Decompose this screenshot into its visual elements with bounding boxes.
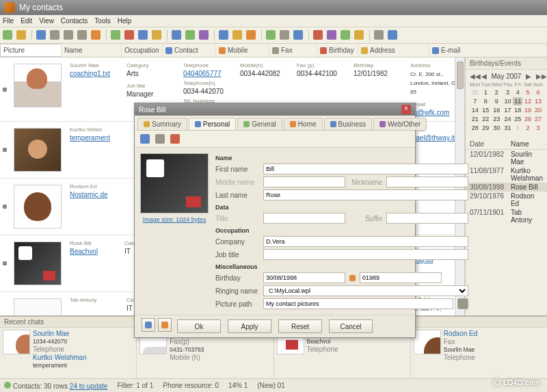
group-link[interactable]: coaching1.txt (70, 70, 110, 77)
first-name-input[interactable] (263, 164, 468, 174)
cal-day[interactable]: 2 (523, 124, 533, 132)
row-handle-icon[interactable] (1, 295, 8, 315)
menu-help[interactable]: Help (118, 17, 132, 25)
tb-new-icon[interactable] (3, 30, 14, 41)
cal-day[interactable]: 1 (481, 88, 491, 96)
tb-sort-icon[interactable] (293, 30, 304, 41)
recent-card[interactable]: Sourlin Mae1034-442070TelephoneKurtko We… (0, 328, 137, 378)
tb-print-icon[interactable] (50, 30, 61, 41)
cal-day[interactable]: 17 (503, 106, 513, 114)
col-fax[interactable]: Fax (269, 44, 317, 57)
cal-day[interactable]: 28 (470, 124, 481, 132)
tab-personal[interactable]: Personal (189, 118, 236, 130)
dlg-undo-icon[interactable] (154, 133, 166, 145)
picture-path-input[interactable] (263, 298, 453, 309)
menu-file[interactable]: File (3, 17, 14, 25)
birthday-row[interactable]: 30/08/1998Rose Bill (466, 183, 547, 192)
middle-name-input[interactable] (263, 177, 345, 187)
cal-day[interactable]: 27 (533, 115, 543, 123)
browse-icon[interactable] (457, 298, 468, 309)
cal-day[interactable]: 4 (513, 88, 522, 96)
tab-home[interactable]: Home (284, 118, 323, 130)
tb-save-icon[interactable] (36, 30, 47, 41)
cal-day[interactable]: 3 (533, 124, 543, 132)
cal-day[interactable]: 7 (470, 97, 481, 105)
nickname-input[interactable] (386, 177, 468, 187)
birthday-input[interactable] (263, 272, 345, 283)
cal-prev-month-icon[interactable]: ◀ (481, 73, 488, 80)
menu-contacts[interactable]: Contacts (61, 17, 88, 25)
ringing-select[interactable]: C:\MyLocal.wpl (263, 285, 468, 296)
dlg-delete-icon[interactable] (169, 133, 181, 145)
cal-day[interactable]: 25 (513, 115, 522, 123)
apply-button[interactable]: Apply (228, 319, 271, 333)
tab-general[interactable]: General (237, 118, 282, 130)
tb-edit-icon[interactable] (138, 30, 149, 41)
row-handle-icon[interactable] (1, 181, 8, 232)
cal-day[interactable]: 3 (503, 88, 513, 96)
tab-webother[interactable]: Web/Other (373, 118, 427, 130)
cal-day[interactable]: 12 (523, 97, 533, 105)
cal-day[interactable]: 16 (491, 106, 502, 114)
cancel-button[interactable]: Cancel (329, 319, 373, 333)
col-name[interactable]: Name (62, 44, 122, 57)
dlg-prev-icon[interactable] (142, 318, 155, 332)
dialog-picture[interactable] (140, 153, 209, 213)
job-title-input[interactable] (263, 249, 468, 260)
birthday-row[interactable]: 12/01/1982Sourlin Mae (466, 150, 547, 166)
cal-day[interactable]: 13 (533, 97, 543, 105)
col-email[interactable]: E-mail (429, 44, 547, 57)
email-value[interactable]: mael@thway.it (410, 134, 455, 142)
tb-add-icon[interactable] (111, 30, 122, 41)
cal-prev-year-icon[interactable]: ◀◀ (470, 73, 477, 80)
age-input[interactable] (360, 272, 442, 283)
contact-picture[interactable] (14, 128, 62, 172)
scrollbar-thumb[interactable] (457, 62, 464, 89)
tab-summary[interactable]: Summary (137, 118, 187, 130)
tb-find-icon[interactable] (152, 30, 163, 41)
col-occupation[interactable]: Occupation (122, 44, 163, 57)
group-link[interactable]: Beachvol (70, 248, 98, 255)
cal-day[interactable]: 31 (503, 124, 513, 132)
cal-day[interactable]: 14 (470, 106, 481, 114)
tb-cut-icon[interactable] (64, 30, 75, 41)
cal-day[interactable]: 2 (491, 88, 502, 96)
calendar-icon[interactable] (349, 275, 356, 281)
tb-notes-icon[interactable] (354, 30, 365, 41)
row-handle-icon[interactable] (1, 238, 8, 289)
menu-tools[interactable]: Tools (94, 17, 110, 25)
phone-value[interactable]: 0404065777 (183, 70, 222, 77)
status-update-link[interactable]: 24 to update (70, 382, 108, 390)
col-birthday[interactable]: Birthday (317, 44, 358, 57)
birthday-row[interactable]: 29/10/1976Rodson Ed (466, 192, 547, 208)
cal-day[interactable]: 5 (523, 88, 533, 96)
col-mobile[interactable]: Mobile (216, 44, 269, 57)
cal-day[interactable]: 15 (481, 106, 491, 114)
contact-picture[interactable] (14, 241, 62, 285)
title-input[interactable] (263, 213, 345, 224)
cal-day[interactable]: 29 (481, 124, 491, 132)
cal-day[interactable]: 23 (491, 115, 502, 123)
dlg-save-icon[interactable] (139, 133, 151, 145)
cal-day[interactable]: 11 (513, 97, 522, 105)
tb-sync-icon[interactable] (219, 30, 230, 41)
reset-button[interactable]: Reset (278, 319, 322, 333)
cal-day[interactable]: 1 (513, 124, 522, 132)
cal-next-year-icon[interactable]: ▶▶ (536, 73, 543, 80)
row-handle-icon[interactable] (1, 125, 8, 175)
ok-button[interactable]: Ok (177, 319, 221, 333)
cal-day[interactable]: 6 (533, 88, 543, 96)
cal-day[interactable]: 8 (481, 97, 491, 105)
cal-day[interactable]: 24 (503, 115, 513, 123)
contact-picture[interactable] (14, 185, 62, 228)
recent-card[interactable]: Rodson EdFaxSourlin MaeTelephone (411, 328, 547, 378)
cal-day[interactable]: 30 (491, 124, 502, 132)
tb-paste-icon[interactable] (91, 30, 102, 41)
cal-day[interactable]: 19 (523, 106, 533, 114)
cal-day[interactable]: 9 (491, 97, 502, 105)
tb-export-icon[interactable] (232, 30, 243, 41)
contact-picture[interactable] (14, 298, 62, 315)
birthday-row[interactable]: 11/08/1977Kurtko Welshman (466, 166, 547, 183)
group-link[interactable]: Nostamic.de (70, 191, 108, 198)
cal-next-month-icon[interactable]: ▶ (525, 73, 532, 80)
